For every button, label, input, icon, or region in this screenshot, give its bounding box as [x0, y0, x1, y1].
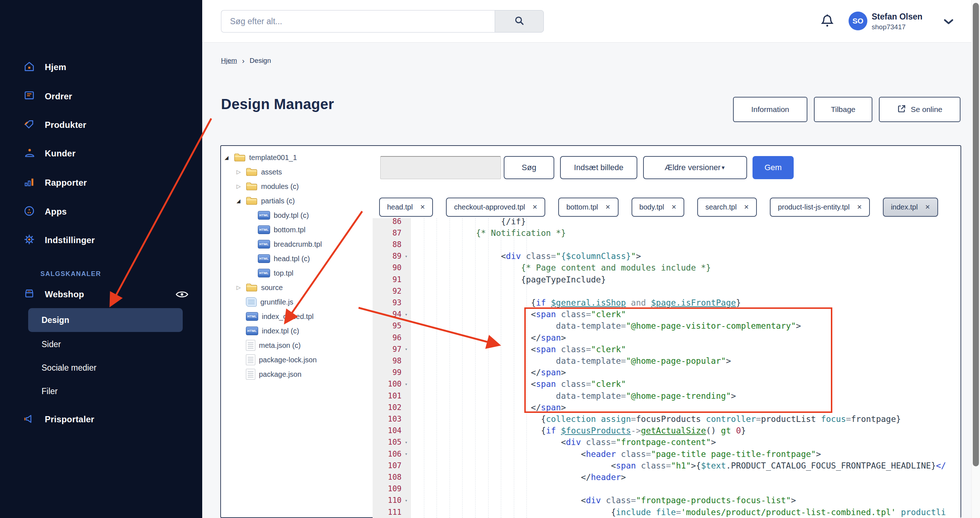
line-number[interactable]: 103: [373, 413, 411, 425]
tree-expanded-icon[interactable]: ◢: [224, 155, 234, 160]
line-number[interactable]: 102: [373, 401, 411, 413]
line-number[interactable]: 110▾: [373, 494, 411, 507]
tab-checkout-approved.tpl[interactable]: checkout-approved.tpl ✕: [446, 198, 545, 217]
save-button[interactable]: Gem: [752, 156, 794, 179]
tab-product-list-js-entity.tpl[interactable]: product-list-js-entity.tpl ✕: [770, 198, 870, 217]
tab-close-icon[interactable]: ✕: [925, 203, 930, 211]
fold-caret-icon[interactable]: ▾: [401, 253, 411, 259]
tree-item-source[interactable]: ▷ source: [224, 280, 372, 295]
information-button[interactable]: Information: [733, 97, 807, 122]
code-editor[interactable]: {/if}{* Notification *}<div class="{$col…: [411, 218, 961, 518]
tree-item-bottom.tpl[interactable]: HTML bottom.tpl: [224, 223, 372, 237]
sidebar-item-indstillinger[interactable]: Indstillinger: [23, 233, 95, 247]
tree-item-package.json[interactable]: package.json: [224, 367, 372, 381]
editor-search-button[interactable]: Søg: [504, 156, 554, 179]
line-number[interactable]: 86: [373, 218, 411, 227]
notifications-bell-icon[interactable]: [820, 14, 834, 30]
line-number[interactable]: 96: [373, 332, 411, 344]
insert-image-button[interactable]: Indsæt billede: [560, 156, 637, 179]
editor-search-field[interactable]: [380, 156, 501, 179]
line-number[interactable]: 87: [373, 227, 411, 239]
fold-caret-icon[interactable]: ▾: [401, 451, 411, 457]
line-number[interactable]: 89▾: [373, 250, 411, 262]
sidebar-item-kunder[interactable]: Kunder: [23, 147, 75, 160]
tree-expanded-icon[interactable]: ◢: [237, 198, 246, 204]
line-number[interactable]: 97▾: [373, 343, 411, 355]
sidebar-item-hjem[interactable]: Hjem: [23, 60, 67, 74]
line-number[interactable]: 93: [373, 296, 411, 309]
tab-close-icon[interactable]: ✕: [671, 203, 676, 211]
tree-item-body.tpl-c-[interactable]: HTML body.tpl (c): [224, 208, 372, 223]
line-number[interactable]: 107: [373, 459, 411, 472]
line-number[interactable]: 108: [373, 471, 411, 483]
tree-item-index-closed.tpl[interactable]: HTML index_closed.tpl: [224, 309, 372, 324]
tab-index.tpl[interactable]: index.tpl ✕: [883, 198, 938, 217]
tree-item-partials-c-[interactable]: ◢ partials (c): [224, 194, 372, 208]
tree-item-template001-1[interactable]: ◢ template001_1: [224, 150, 372, 165]
line-number[interactable]: 109: [373, 483, 411, 495]
fold-caret-icon[interactable]: ▾: [401, 381, 411, 387]
line-number[interactable]: 106▾: [373, 448, 411, 460]
page-scrollbar-thumb[interactable]: [973, 3, 979, 466]
fold-caret-icon[interactable]: ▾: [401, 346, 411, 352]
tab-label: product-list-js-entity.tpl: [778, 203, 850, 211]
line-number[interactable]: 105▾: [373, 437, 411, 448]
line-number[interactable]: 104: [373, 425, 411, 437]
tab-close-icon[interactable]: ✕: [420, 203, 425, 211]
code-token: {pageTypeInclude}: [521, 275, 606, 284]
tree-item-modules-c-[interactable]: ▷ modules (c): [224, 179, 372, 194]
sidebar-item-sociale-medier[interactable]: Sociale medier: [41, 363, 96, 373]
tree-item-gruntfile.js[interactable]: gruntfile.js: [224, 295, 372, 309]
line-number[interactable]: 91: [373, 273, 411, 285]
line-number[interactable]: 88: [373, 238, 411, 250]
tab-head.tpl[interactable]: head.tpl ✕: [379, 198, 433, 217]
eye-icon[interactable]: [175, 289, 188, 301]
tree-collapsed-icon[interactable]: ▷: [237, 169, 246, 175]
line-number[interactable]: 99: [373, 367, 411, 379]
breadcrumb-home-link[interactable]: Hjem: [221, 57, 237, 65]
chevron-down-icon[interactable]: [943, 18, 954, 27]
tab-close-icon[interactable]: ✕: [857, 203, 862, 211]
tab-body.tpl[interactable]: body.tpl ✕: [632, 198, 685, 217]
tree-collapsed-icon[interactable]: ▷: [237, 284, 246, 291]
tree-item-index.tpl-c-[interactable]: HTML index.tpl (c): [224, 324, 372, 338]
sidebar-item-produkter[interactable]: Produkter: [23, 118, 86, 132]
fold-caret-icon[interactable]: ▾: [401, 312, 411, 317]
tree-collapsed-icon[interactable]: ▷: [237, 183, 246, 190]
global-search-input[interactable]: Søg efter alt...: [221, 10, 495, 32]
tab-close-icon[interactable]: ✕: [744, 203, 749, 211]
tree-item-top.tpl[interactable]: HTML top.tpl: [224, 266, 372, 280]
line-number[interactable]: 100▾: [373, 378, 411, 390]
tree-item-package-lock.json[interactable]: package-lock.json: [224, 352, 372, 367]
global-search-button[interactable]: [495, 10, 544, 32]
sidebar-item-design-active[interactable]: Design: [28, 308, 183, 332]
sidebar-item-apps[interactable]: Apps: [23, 205, 67, 218]
avatar[interactable]: SO: [849, 11, 867, 30]
se-online-button[interactable]: Se online: [879, 97, 961, 122]
sidebar-item-filer[interactable]: Filer: [41, 387, 58, 396]
sidebar-item-rapporter[interactable]: Rapporter: [23, 176, 87, 190]
sidebar-item-webshop[interactable]: Webshop: [23, 287, 84, 301]
tab-search.tpl[interactable]: search.tpl ✕: [697, 198, 757, 217]
line-number[interactable]: 92: [373, 285, 411, 297]
tree-item-breadcrumb.tpl[interactable]: HTML breadcrumb.tpl: [224, 237, 372, 252]
tab-close-icon[interactable]: ✕: [605, 203, 610, 211]
line-number[interactable]: 90: [373, 262, 411, 274]
line-number[interactable]: 94▾: [373, 309, 411, 320]
tilbage-button[interactable]: Tilbage: [814, 97, 872, 122]
tab-bottom.tpl[interactable]: bottom.tpl ✕: [558, 198, 618, 217]
line-number[interactable]: 111: [373, 506, 411, 518]
line-number[interactable]: 98: [373, 355, 411, 367]
fold-caret-icon[interactable]: ▾: [401, 440, 411, 445]
sidebar-item-prisportaler[interactable]: Prisportaler: [23, 413, 94, 426]
sidebar-item-sider[interactable]: Sider: [41, 339, 61, 349]
tree-item-meta.json-c-[interactable]: meta.json (c): [224, 338, 372, 352]
fold-caret-icon[interactable]: ▾: [401, 498, 411, 503]
line-number[interactable]: 101: [373, 390, 411, 402]
older-versions-dropdown[interactable]: Ældre versioner ▼: [643, 156, 747, 179]
tab-close-icon[interactable]: ✕: [532, 203, 537, 211]
line-number[interactable]: 95: [373, 320, 411, 332]
tree-item-head.tpl-c-[interactable]: HTML head.tpl (c): [224, 252, 372, 266]
tree-item-assets[interactable]: ▷ assets: [224, 165, 372, 179]
sidebar-item-ordrer[interactable]: Ordrer: [23, 89, 72, 103]
